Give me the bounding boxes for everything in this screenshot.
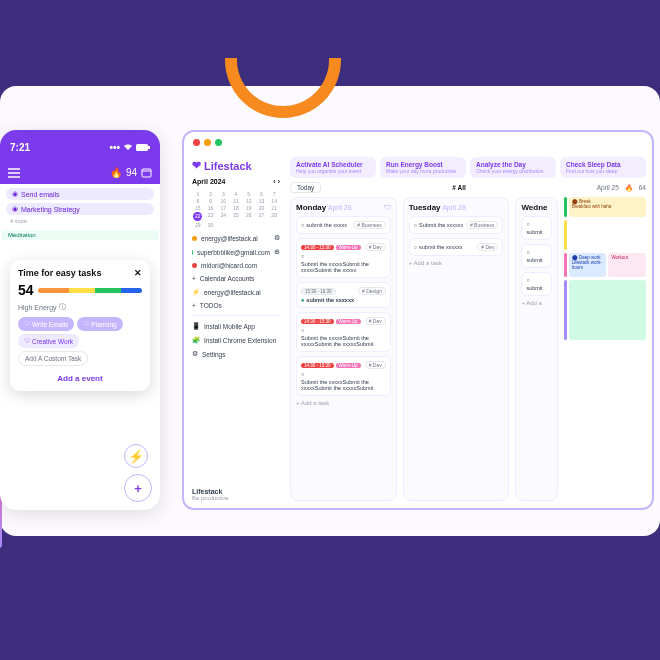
sidebar-link[interactable]: ⚙ Settings (192, 350, 280, 358)
signal-icon: ••• (109, 142, 120, 153)
energy-label: High Energy (18, 304, 57, 311)
sidebar-link[interactable]: 📱 Install Mobile App (192, 322, 280, 330)
phone-mock: 7:21 ••• 🔥 94 (0, 130, 160, 510)
sidebar-link[interactable]: + Calendar Accounts (192, 275, 280, 282)
status-time: 7:21 (10, 142, 30, 153)
chevron-right-icon[interactable]: › (278, 178, 280, 185)
modal-title: Time for easy tasks (18, 268, 101, 278)
add-task-button[interactable]: + Add a task (296, 400, 391, 406)
account-item[interactable]: midori@hicard.com (192, 262, 280, 269)
filter-all[interactable]: # All (452, 184, 466, 191)
account-item[interactable]: superbbblike@gmail.com⊕ (192, 248, 280, 256)
task-card[interactable]: 14:30 - 15:30Warm-Up# Dev ○Submit the xx… (296, 238, 391, 278)
toolbar-streak: 64 (639, 184, 646, 191)
svg-rect-1 (148, 146, 150, 149)
task-card[interactable]: ○ submit (521, 272, 551, 296)
month-label: April 2024 (192, 178, 225, 185)
plus-icon[interactable]: ⊕ (274, 248, 280, 256)
window-controls[interactable] (184, 132, 652, 153)
chevron-left-icon[interactable]: ‹ (273, 178, 275, 185)
today-button[interactable]: Today (290, 182, 321, 193)
energy-bar (38, 288, 142, 293)
task-card[interactable]: 14:30 - 15:30Warm-Up# Dev ○Submit the xx… (296, 312, 391, 352)
task-card[interactable]: ○Submit the xxxxxx# Business (409, 216, 504, 234)
svg-rect-0 (136, 144, 148, 151)
sidebar-link[interactable]: ⚡ energy@lifestack.ai (192, 288, 280, 296)
shield-icon: 🛡 (384, 204, 391, 211)
energy-score: 54 (18, 282, 34, 298)
agenda-timeline: ⬤ BreakBreakfast with haha ⬤ Deep workLi… (564, 197, 646, 501)
gear-icon[interactable]: ⚙ (274, 234, 280, 242)
flame-icon: 🔥 (110, 167, 122, 178)
task-card[interactable]: ○submit the xxxxx# Business (296, 216, 391, 234)
wifi-icon (123, 143, 133, 151)
calendar-icon[interactable] (141, 167, 152, 178)
main-content: Activate AI SchedulerHelp you organize y… (288, 153, 652, 507)
sidebar-footer: Lifestack Be productive (192, 488, 280, 501)
sidebar-link[interactable]: + TODOs (192, 302, 280, 309)
event-strip[interactable]: ◉Marketing Strategy (6, 203, 154, 215)
desktop-window: ❤ Lifestack April 2024 ‹ › 1234567 89101… (182, 130, 654, 510)
task-card[interactable]: 14:30 - 15:30Warm-Up# Dev ○Submit the xx… (296, 356, 391, 396)
board-toolbar: Today # All April 25 🔥 64 (290, 182, 646, 193)
add-task-button[interactable]: + Add a task (409, 260, 504, 266)
add-task-button[interactable]: + Add a (521, 300, 551, 306)
task-card[interactable]: ○ submit (521, 244, 551, 268)
quick-sleep[interactable]: Check Sleep DataFind out how you sleep (560, 157, 646, 178)
chip-planning[interactable]: ♡ Planning (77, 317, 122, 331)
status-bar: 7:21 ••• (0, 130, 160, 164)
month-nav: April 2024 ‹ › (192, 178, 280, 185)
close-icon[interactable]: ✕ (134, 268, 142, 278)
info-icon[interactable]: ⓘ (59, 302, 66, 312)
sidebar: ❤ Lifestack April 2024 ‹ › 1234567 89101… (184, 153, 288, 507)
account-item[interactable]: energy@lifestack.ai⚙ (192, 234, 280, 242)
hamburger-icon[interactable] (8, 168, 20, 178)
quick-ai-scheduler[interactable]: Activate AI SchedulerHelp you organize y… (290, 157, 376, 178)
quick-energy-boost[interactable]: Run Energy BoostMake your day more produ… (380, 157, 466, 178)
meditation-block[interactable]: Meditation (2, 230, 158, 240)
task-card[interactable]: ○ submit (521, 216, 551, 240)
decorative-arc (225, 58, 341, 118)
add-event-button[interactable]: Add a event (18, 374, 142, 383)
column-monday: Monday April 28🛡 ○submit the xxxxx# Busi… (290, 197, 397, 501)
battery-icon (136, 144, 150, 151)
agenda-block[interactable] (569, 280, 646, 340)
quick-actions: Activate AI SchedulerHelp you organize y… (290, 157, 646, 178)
event-strip[interactable]: ◉Send emails (6, 188, 154, 200)
mini-calendar[interactable]: 1234567 891011121314 15161718192021 2223… (192, 191, 280, 228)
column-tuesday: Tuesday April 28 ○Submit the xxxxxx# Bus… (403, 197, 510, 501)
calendar-today[interactable]: 22 (193, 212, 202, 221)
svg-rect-2 (142, 169, 151, 177)
streak-count: 94 (126, 167, 137, 178)
more-events[interactable]: 4 more (6, 218, 154, 224)
flame-icon: 🔥 (625, 184, 633, 192)
fab-add[interactable]: + (124, 474, 152, 502)
energy-modal: Time for easy tasks ✕ 54 High Energy ⓘ ♡… (10, 260, 150, 391)
brand-logo[interactable]: ❤ Lifestack (192, 159, 280, 172)
column-wednesday: Wedne ○ submit ○ submit ○ submit + Add a (515, 197, 557, 501)
task-card[interactable]: ○submit the xxxxxx# Dev (409, 238, 504, 256)
task-card[interactable]: 15:30 - 16:30# Design ●submit the xxxxxx (296, 282, 391, 308)
chip-write-emails[interactable]: ♡ Write Emails (18, 317, 74, 331)
fab-bolt[interactable]: ⚡ (124, 444, 148, 468)
toolbar-date: April 25 (597, 184, 619, 191)
quick-analyze[interactable]: Analyze the DayCheck your energy distrib… (470, 157, 556, 178)
sidebar-link[interactable]: 🧩 Install Chrome Extension (192, 336, 280, 344)
chip-custom[interactable]: Add A Custom Task (18, 351, 88, 366)
chip-creative[interactable]: ♡ Creative Work (18, 334, 79, 348)
